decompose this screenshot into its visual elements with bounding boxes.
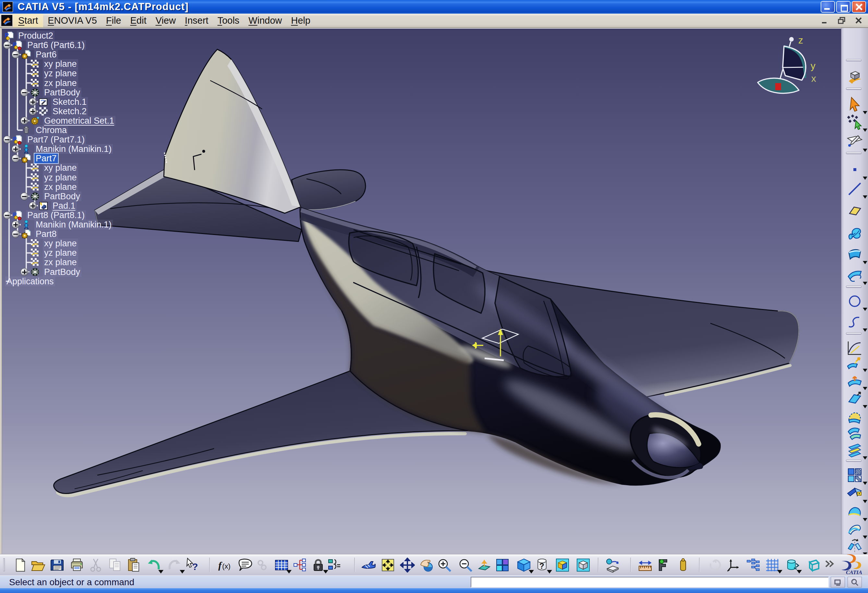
new-document-button[interactable] <box>12 557 28 573</box>
symmetry-button[interactable] <box>846 537 864 555</box>
collapse-icon[interactable] <box>3 136 11 143</box>
dropdown-arrow-icon[interactable] <box>863 261 867 264</box>
menu-item-help[interactable]: Help <box>286 13 315 27</box>
tree-node-label[interactable]: Part8 <box>34 229 58 239</box>
collapse-icon[interactable] <box>21 89 28 96</box>
menu-item-insert[interactable]: Insert <box>180 13 213 27</box>
boundary-button[interactable] <box>846 520 864 538</box>
isometric-view-button[interactable] <box>846 68 864 86</box>
tree-node-label[interactable]: yz plane <box>43 173 78 182</box>
tree-node-label[interactable]: Sketch.1 <box>51 97 88 107</box>
tree-node-label[interactable]: Part6 (Part6.1) <box>26 40 86 50</box>
tree-node-label[interactable]: Pad.1 <box>51 201 77 211</box>
fit-all-in-button[interactable] <box>380 557 396 573</box>
toolbar-drag-handle[interactable] <box>846 332 862 335</box>
expand-icon[interactable] <box>21 268 28 276</box>
link-button[interactable] <box>254 557 270 573</box>
dropdown-arrow-icon[interactable] <box>863 405 867 408</box>
cut-button[interactable] <box>87 557 104 573</box>
dropdown-arrow-icon[interactable] <box>863 308 867 311</box>
status-search-button[interactable] <box>847 577 862 587</box>
split-button[interactable] <box>846 484 864 503</box>
status-expand-button[interactable] <box>831 577 845 587</box>
pan-button[interactable] <box>399 557 415 573</box>
multi-section-button[interactable] <box>846 245 864 263</box>
tree-node-label[interactable]: zx plane <box>43 78 78 88</box>
spline-surface-button[interactable] <box>846 225 864 243</box>
connect-curve-button[interactable] <box>846 313 864 331</box>
toolbar-drag-handle[interactable] <box>3 558 5 571</box>
tree-node-label[interactable]: PartBody <box>43 267 81 277</box>
doc-close-button[interactable] <box>852 15 865 26</box>
dropdown-arrow-icon[interactable] <box>158 570 164 574</box>
tree-node-label[interactable]: Manikin (Manikin.1) <box>34 144 113 154</box>
constraints-button[interactable] <box>326 557 342 573</box>
zoom-in-button[interactable] <box>436 557 453 573</box>
tree-node-label[interactable]: PartBody <box>43 191 81 201</box>
formula-fx-button[interactable]: f(x) <box>217 557 233 573</box>
minimize-button[interactable] <box>821 1 835 13</box>
tree-node-label[interactable]: Chroma <box>34 125 68 135</box>
sketcher-button[interactable] <box>846 133 864 151</box>
measure-item-button[interactable] <box>656 557 672 573</box>
dropdown-arrow-icon[interactable] <box>863 129 867 132</box>
expand-icon[interactable] <box>29 98 37 106</box>
power-input-field[interactable] <box>471 577 829 587</box>
tree-node-label[interactable]: Part6 <box>34 50 58 59</box>
right-stabilizer[interactable] <box>292 170 366 210</box>
measure-between-button[interactable] <box>637 557 653 573</box>
collapse-icon[interactable] <box>12 51 19 58</box>
orientation-compass[interactable]: z y x <box>743 30 827 111</box>
collapse-icon[interactable] <box>12 230 19 238</box>
tree-node-label[interactable]: Part8 (Part8.1) <box>26 210 86 220</box>
line-button[interactable] <box>846 180 864 198</box>
rotate-button[interactable] <box>419 557 435 573</box>
tree-node-label[interactable]: Product2 <box>17 31 55 41</box>
save-button[interactable] <box>49 557 65 573</box>
menu-item-enovia-v5[interactable]: ENOVIA V5 <box>43 13 102 27</box>
tree-node-label[interactable]: PartBody <box>43 88 81 98</box>
expand-icon[interactable] <box>12 145 19 153</box>
menu-item-tools[interactable]: Tools <box>213 13 244 27</box>
collapse-icon[interactable] <box>3 41 11 49</box>
dropdown-arrow-icon[interactable] <box>863 177 867 180</box>
multi-view-button[interactable] <box>495 557 511 573</box>
fly-mode-button[interactable] <box>360 557 376 573</box>
paste-button[interactable] <box>126 557 142 573</box>
refresh-swirl-button[interactable] <box>707 557 723 573</box>
join-button[interactable] <box>846 466 864 484</box>
select-arrow-button[interactable] <box>846 95 864 114</box>
expand-icon[interactable] <box>29 202 37 210</box>
catalog-button[interactable] <box>605 557 621 573</box>
tree-node-label[interactable]: Sketch.2 <box>51 106 88 116</box>
extrude-surface-button[interactable] <box>846 389 864 408</box>
mass-properties-button[interactable] <box>675 557 691 573</box>
comment-bubble-button[interactable] <box>237 557 253 573</box>
chevron-more-button[interactable] <box>821 557 837 573</box>
multi-select-button[interactable] <box>846 113 864 131</box>
circle-button[interactable] <box>846 292 864 310</box>
healing-button[interactable] <box>846 503 864 521</box>
blend-surface-button[interactable] <box>846 424 864 442</box>
menu-item-window[interactable]: Window <box>244 13 286 27</box>
viewport-3d[interactable]: z y x PProduct2PPart6 (Part6.1)Part6xy p… <box>2 28 841 554</box>
dropdown-arrow-icon[interactable] <box>777 570 782 574</box>
dropdown-arrow-icon[interactable] <box>797 570 802 574</box>
tree-node-label[interactable]: xy plane <box>43 59 78 69</box>
render-shaded-button[interactable] <box>554 557 571 573</box>
tree-node-label[interactable]: Manikin (Manikin.1) <box>34 220 113 229</box>
toolbar-drag-handle[interactable] <box>846 152 862 154</box>
dropdown-arrow-icon[interactable] <box>863 328 867 332</box>
dropdown-arrow-icon[interactable] <box>863 149 867 152</box>
historical-graph-button[interactable] <box>745 557 761 573</box>
tree-node-label[interactable]: Part7 <box>34 154 58 163</box>
toolbar-drag-handle[interactable] <box>846 460 862 462</box>
sweep-surface-button[interactable] <box>846 266 864 284</box>
point-button[interactable] <box>846 161 864 179</box>
collapse-icon[interactable] <box>3 211 11 219</box>
toolbar-drag-handle[interactable] <box>846 285 862 288</box>
tree-node-label[interactable]: Part7 (Part7.1) <box>26 135 86 145</box>
menu-item-start[interactable]: Start <box>13 13 43 27</box>
render-edges-button[interactable] <box>575 557 591 573</box>
plane-button[interactable] <box>846 201 864 219</box>
